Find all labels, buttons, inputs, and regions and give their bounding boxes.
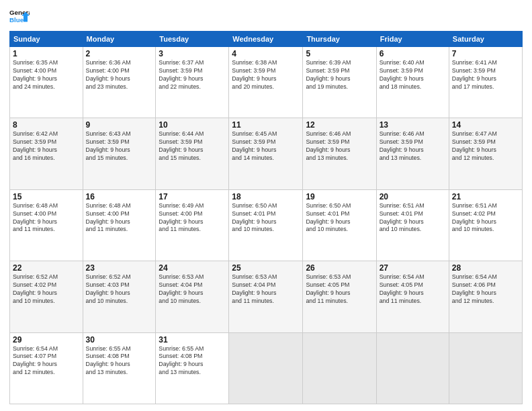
day-number: 31 — [159, 335, 226, 345]
calendar-cell: 6Sunrise: 6:40 AM Sunset: 3:59 PM Daylig… — [376, 47, 449, 118]
calendar-cell: 30Sunrise: 6:55 AM Sunset: 4:08 PM Dayli… — [83, 332, 156, 404]
week-row-5: 29Sunrise: 6:54 AM Sunset: 4:07 PM Dayli… — [10, 332, 523, 404]
day-info: Sunrise: 6:47 AM Sunset: 3:59 PM Dayligh… — [452, 130, 519, 163]
calendar-cell: 8Sunrise: 6:42 AM Sunset: 3:59 PM Daylig… — [10, 118, 83, 189]
day-number: 13 — [380, 120, 446, 130]
week-row-1: 1Sunrise: 6:35 AM Sunset: 4:00 PM Daylig… — [10, 47, 523, 118]
weekday-header-sunday: Sunday — [10, 32, 83, 47]
day-info: Sunrise: 6:48 AM Sunset: 4:00 PM Dayligh… — [13, 202, 80, 234]
calendar-cell — [303, 332, 376, 404]
day-info: Sunrise: 6:42 AM Sunset: 3:59 PM Dayligh… — [13, 130, 80, 163]
day-number: 25 — [232, 263, 300, 273]
calendar-cell: 31Sunrise: 6:55 AM Sunset: 4:08 PM Dayli… — [156, 332, 229, 404]
weekday-header-row: SundayMondayTuesdayWednesdayThursdayFrid… — [10, 32, 523, 47]
calendar-cell: 23Sunrise: 6:52 AM Sunset: 4:03 PM Dayli… — [83, 261, 156, 332]
day-number: 23 — [86, 263, 153, 273]
day-number: 15 — [13, 192, 80, 201]
day-number: 10 — [159, 120, 226, 130]
day-info: Sunrise: 6:38 AM Sunset: 3:59 PM Dayligh… — [232, 59, 300, 91]
day-info: Sunrise: 6:39 AM Sunset: 3:59 PM Dayligh… — [306, 59, 373, 91]
day-number: 7 — [452, 49, 519, 58]
calendar-cell: 3Sunrise: 6:37 AM Sunset: 3:59 PM Daylig… — [156, 47, 229, 118]
day-info: Sunrise: 6:46 AM Sunset: 3:59 PM Dayligh… — [306, 130, 373, 163]
day-number: 4 — [232, 49, 300, 58]
day-number: 11 — [232, 120, 300, 130]
weekday-header-wednesday: Wednesday — [229, 32, 303, 47]
day-number: 28 — [452, 263, 519, 273]
calendar-cell: 5Sunrise: 6:39 AM Sunset: 3:59 PM Daylig… — [303, 47, 376, 118]
calendar-cell: 10Sunrise: 6:44 AM Sunset: 3:59 PM Dayli… — [156, 118, 229, 189]
day-info: Sunrise: 6:37 AM Sunset: 3:59 PM Dayligh… — [159, 59, 226, 91]
day-info: Sunrise: 6:50 AM Sunset: 4:01 PM Dayligh… — [306, 202, 373, 234]
week-row-3: 15Sunrise: 6:48 AM Sunset: 4:00 PM Dayli… — [10, 189, 523, 261]
day-info: Sunrise: 6:48 AM Sunset: 4:00 PM Dayligh… — [86, 202, 153, 234]
day-info: Sunrise: 6:35 AM Sunset: 4:00 PM Dayligh… — [13, 59, 80, 91]
calendar-cell: 2Sunrise: 6:36 AM Sunset: 4:00 PM Daylig… — [83, 47, 156, 118]
calendar-cell — [229, 332, 303, 404]
day-number: 12 — [306, 120, 373, 130]
calendar-cell: 12Sunrise: 6:46 AM Sunset: 3:59 PM Dayli… — [303, 118, 376, 189]
weekday-header-friday: Friday — [376, 32, 449, 47]
day-info: Sunrise: 6:40 AM Sunset: 3:59 PM Dayligh… — [380, 59, 446, 91]
week-row-4: 22Sunrise: 6:52 AM Sunset: 4:02 PM Dayli… — [10, 261, 523, 332]
day-info: Sunrise: 6:46 AM Sunset: 3:59 PM Dayligh… — [380, 130, 446, 163]
day-info: Sunrise: 6:51 AM Sunset: 4:01 PM Dayligh… — [380, 202, 446, 234]
svg-text:Blue: Blue — [9, 16, 24, 24]
day-info: Sunrise: 6:41 AM Sunset: 3:59 PM Dayligh… — [452, 59, 519, 91]
week-row-2: 8Sunrise: 6:42 AM Sunset: 3:59 PM Daylig… — [10, 118, 523, 189]
calendar-table: SundayMondayTuesdayWednesdayThursdayFrid… — [9, 31, 523, 404]
day-info: Sunrise: 6:53 AM Sunset: 4:04 PM Dayligh… — [159, 273, 226, 306]
day-info: Sunrise: 6:53 AM Sunset: 4:05 PM Dayligh… — [306, 273, 373, 306]
calendar-cell: 26Sunrise: 6:53 AM Sunset: 4:05 PM Dayli… — [303, 261, 376, 332]
day-number: 30 — [86, 335, 153, 345]
day-number: 5 — [306, 49, 373, 58]
calendar-cell: 19Sunrise: 6:50 AM Sunset: 4:01 PM Dayli… — [303, 189, 376, 261]
calendar-cell: 21Sunrise: 6:51 AM Sunset: 4:02 PM Dayli… — [449, 189, 522, 261]
calendar-cell: 16Sunrise: 6:48 AM Sunset: 4:00 PM Dayli… — [83, 189, 156, 261]
day-info: Sunrise: 6:50 AM Sunset: 4:01 PM Dayligh… — [232, 202, 300, 234]
calendar-cell — [376, 332, 449, 404]
calendar-cell: 22Sunrise: 6:52 AM Sunset: 4:02 PM Dayli… — [10, 261, 83, 332]
day-info: Sunrise: 6:45 AM Sunset: 3:59 PM Dayligh… — [232, 130, 300, 163]
day-info: Sunrise: 6:53 AM Sunset: 4:04 PM Dayligh… — [232, 273, 300, 306]
calendar-cell: 9Sunrise: 6:43 AM Sunset: 3:59 PM Daylig… — [83, 118, 156, 189]
calendar-cell: 15Sunrise: 6:48 AM Sunset: 4:00 PM Dayli… — [10, 189, 83, 261]
day-info: Sunrise: 6:52 AM Sunset: 4:03 PM Dayligh… — [86, 273, 153, 306]
calendar-cell: 4Sunrise: 6:38 AM Sunset: 3:59 PM Daylig… — [229, 47, 303, 118]
calendar-cell: 27Sunrise: 6:54 AM Sunset: 4:05 PM Dayli… — [376, 261, 449, 332]
day-number: 20 — [380, 192, 446, 201]
day-number: 21 — [452, 192, 519, 201]
day-number: 17 — [159, 192, 226, 201]
calendar-cell: 18Sunrise: 6:50 AM Sunset: 4:01 PM Dayli… — [229, 189, 303, 261]
day-info: Sunrise: 6:44 AM Sunset: 3:59 PM Dayligh… — [159, 130, 226, 163]
day-info: Sunrise: 6:55 AM Sunset: 4:08 PM Dayligh… — [86, 345, 153, 377]
calendar-cell: 24Sunrise: 6:53 AM Sunset: 4:04 PM Dayli… — [156, 261, 229, 332]
day-info: Sunrise: 6:51 AM Sunset: 4:02 PM Dayligh… — [452, 202, 519, 234]
day-info: Sunrise: 6:43 AM Sunset: 3:59 PM Dayligh… — [86, 130, 153, 163]
day-number: 6 — [380, 49, 446, 58]
day-number: 29 — [13, 335, 80, 345]
day-number: 8 — [13, 120, 80, 130]
calendar-cell: 13Sunrise: 6:46 AM Sunset: 3:59 PM Dayli… — [376, 118, 449, 189]
day-number: 18 — [232, 192, 300, 201]
day-info: Sunrise: 6:36 AM Sunset: 4:00 PM Dayligh… — [86, 59, 153, 91]
main-container: General Blue SundayMondayTuesdayWednesda… — [0, 0, 532, 411]
day-number: 27 — [380, 263, 446, 273]
calendar-cell: 11Sunrise: 6:45 AM Sunset: 3:59 PM Dayli… — [229, 118, 303, 189]
logo: General Blue — [9, 7, 30, 27]
day-number: 2 — [86, 49, 153, 58]
calendar-cell: 17Sunrise: 6:49 AM Sunset: 4:00 PM Dayli… — [156, 189, 229, 261]
weekday-header-tuesday: Tuesday — [156, 32, 229, 47]
calendar-cell: 29Sunrise: 6:54 AM Sunset: 4:07 PM Dayli… — [10, 332, 83, 404]
day-number: 14 — [452, 120, 519, 130]
day-info: Sunrise: 6:49 AM Sunset: 4:00 PM Dayligh… — [159, 202, 226, 234]
day-info: Sunrise: 6:54 AM Sunset: 4:05 PM Dayligh… — [380, 273, 446, 306]
day-number: 24 — [159, 263, 226, 273]
day-number: 16 — [86, 192, 153, 201]
calendar-cell: 7Sunrise: 6:41 AM Sunset: 3:59 PM Daylig… — [449, 47, 522, 118]
day-number: 22 — [13, 263, 80, 273]
day-info: Sunrise: 6:52 AM Sunset: 4:02 PM Dayligh… — [13, 273, 80, 306]
day-number: 1 — [13, 49, 80, 58]
day-info: Sunrise: 6:54 AM Sunset: 4:06 PM Dayligh… — [452, 273, 519, 306]
calendar-cell: 14Sunrise: 6:47 AM Sunset: 3:59 PM Dayli… — [449, 118, 522, 189]
